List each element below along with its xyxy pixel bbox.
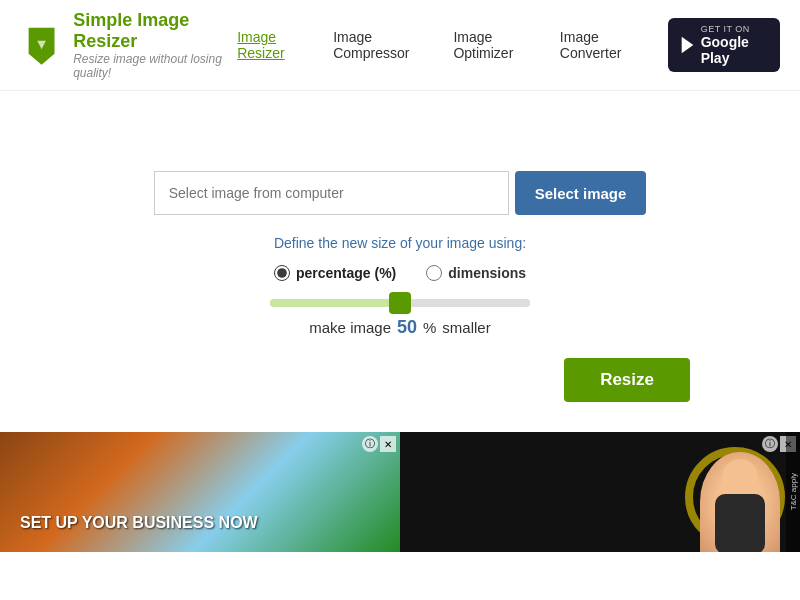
radio-dimensions[interactable]: dimensions: [426, 265, 526, 281]
resize-button-row: Resize: [110, 358, 690, 402]
google-play-text: GET IT ON Google Play: [701, 24, 768, 66]
radio-dimensions-label: dimensions: [448, 265, 526, 281]
ad-left-info-icon[interactable]: ⓘ: [362, 436, 378, 452]
file-input-row: Select image: [154, 171, 647, 215]
play-store-icon: [680, 34, 695, 56]
nav-image-optimizer[interactable]: Image Optimizer: [453, 29, 539, 61]
get-it-on-label: GET IT ON: [701, 24, 768, 34]
ad-right-side-text: T&C apply: [786, 432, 800, 552]
make-image-prefix: make image: [309, 319, 391, 336]
ad-right-info-icon[interactable]: ⓘ: [762, 436, 778, 452]
slider-track: [270, 299, 530, 307]
make-image-unit: %: [423, 319, 436, 336]
size-slider[interactable]: [270, 299, 530, 307]
make-image-row: make image 50 % smaller: [309, 317, 490, 338]
slider-container: [270, 299, 530, 307]
ad-left-close-button[interactable]: ✕: [380, 436, 396, 452]
google-play-label: Google Play: [701, 34, 768, 66]
logo-subtitle: Resize image without losing quality!: [73, 52, 237, 80]
svg-rect-4: [715, 494, 765, 552]
radio-options: percentage (%) dimensions: [274, 265, 526, 281]
woman-silhouette: [700, 452, 780, 552]
logo-icon: [20, 20, 63, 70]
make-image-value: 50: [397, 317, 417, 338]
radio-percentage-label: percentage (%): [296, 265, 396, 281]
header: Simple Image Resizer Resize image withou…: [0, 0, 800, 91]
ad-tc-label: T&C apply: [789, 473, 798, 510]
logo-title: Simple Image Resizer: [73, 10, 237, 52]
resize-button[interactable]: Resize: [564, 358, 690, 402]
file-text-input[interactable]: [154, 171, 509, 215]
define-size-label: Define the new size of your image using:: [274, 235, 526, 251]
ad-banner-left: ⓘ ✕ SET UP YOUR BUSINESS NOW: [0, 432, 400, 552]
logo-text-area: Simple Image Resizer Resize image withou…: [73, 10, 237, 80]
logo-area: Simple Image Resizer Resize image withou…: [20, 10, 237, 80]
main-content: Select image Define the new size of your…: [0, 91, 800, 552]
ad-row: ⓘ ✕ SET UP YOUR BUSINESS NOW ⓘ ✕ T&C app…: [0, 432, 800, 552]
select-image-button[interactable]: Select image: [515, 171, 647, 215]
nav-links: Image Resizer Image Compressor Image Opt…: [237, 18, 780, 72]
radio-percentage[interactable]: percentage (%): [274, 265, 396, 281]
make-image-suffix: smaller: [442, 319, 490, 336]
radio-percentage-input[interactable]: [274, 265, 290, 281]
ad-woman-image: [700, 452, 780, 552]
nav-image-resizer[interactable]: Image Resizer: [237, 29, 313, 61]
ad-left-text: SET UP YOUR BUSINESS NOW: [20, 514, 258, 532]
google-play-button[interactable]: GET IT ON Google Play: [668, 18, 780, 72]
nav-image-compressor[interactable]: Image Compressor: [333, 29, 433, 61]
nav-image-converter[interactable]: Image Converter: [560, 29, 648, 61]
svg-marker-2: [681, 37, 693, 54]
svg-point-3: [722, 459, 758, 495]
ad-banner-right: ⓘ ✕ T&C apply: [400, 432, 800, 552]
radio-dimensions-input[interactable]: [426, 265, 442, 281]
